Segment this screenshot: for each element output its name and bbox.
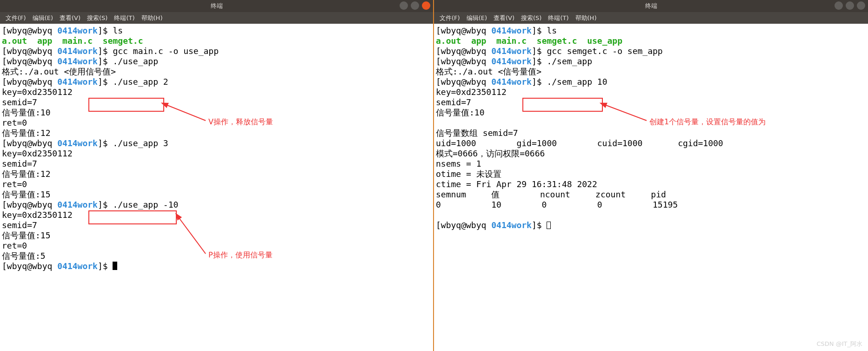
menu-item[interactable]: 搜索(S) <box>84 13 110 23</box>
menu-item[interactable]: 帮助(H) <box>139 13 166 23</box>
terminal-line <box>436 210 866 220</box>
close-button[interactable] <box>422 1 430 10</box>
minimize-button[interactable] <box>835 1 843 10</box>
terminal-line: 信号量值:15 <box>2 189 431 200</box>
terminal-line: 信号量值:10 <box>436 108 866 118</box>
terminal-line[interactable]: [wbyq@wbyq 0414work]$ ./use_app -10 <box>2 200 431 210</box>
minimize-button[interactable] <box>400 1 408 10</box>
terminal-line: semid=7 <box>2 159 431 169</box>
terminal-body[interactable]: [wbyq@wbyq 0414work]$ lsa.out app main.c… <box>434 24 868 351</box>
terminal-line[interactable]: [wbyq@wbyq 0414work]$ gcc main.c -o use_… <box>2 46 431 56</box>
terminal-window-left: 终端文件(F)编辑(E)查看(V)搜索(S)终端(T)帮助(H)[wbyq@wb… <box>0 0 434 351</box>
terminal-line: 0 10 0 0 15195 <box>436 200 866 210</box>
terminal-line: ret=0 <box>2 118 431 128</box>
menu-item[interactable]: 编辑(E) <box>464 13 490 23</box>
watermark: CSDN @IT_阿水 <box>817 340 862 348</box>
terminal-line: a.out app main.c semget.c use_app <box>436 36 866 46</box>
menu-item[interactable]: 查看(V) <box>491 13 517 23</box>
terminal-line <box>436 118 866 128</box>
terminal-line: key=0xd2350112 <box>2 210 431 220</box>
terminal-line: 格式:./a.out <使用信号值> <box>2 67 431 77</box>
terminal-line: semnum 值 ncount zcount pid <box>436 189 866 200</box>
terminal-line: uid=1000 gid=1000 cuid=1000 cgid=1000 <box>436 138 866 148</box>
titlebar[interactable]: 终端 <box>434 0 868 12</box>
menu-item[interactable]: 编辑(E) <box>30 13 56 23</box>
terminal-line: nsems = 1 <box>436 159 866 169</box>
terminal-line[interactable]: [wbyq@wbyq 0414work]$ ls <box>436 26 866 36</box>
menubar: 文件(F)编辑(E)查看(V)搜索(S)终端(T)帮助(H) <box>434 12 868 24</box>
terminal-line: ret=0 <box>2 241 431 251</box>
terminal-line: key=0xd2350112 <box>2 148 431 159</box>
terminal-line: otime = 未设置 <box>436 169 866 179</box>
menu-item[interactable]: 终端(T) <box>545 13 571 23</box>
terminal-line[interactable]: [wbyq@wbyq 0414work]$ ./use_app 3 <box>2 138 431 148</box>
terminal-line: 模式=0666，访问权限=0666 <box>436 148 866 159</box>
menu-item[interactable]: 查看(V) <box>57 13 83 23</box>
menu-item[interactable]: 帮助(H) <box>573 13 600 23</box>
maximize-button[interactable] <box>411 1 419 10</box>
terminal-window-right: 终端文件(F)编辑(E)查看(V)搜索(S)终端(T)帮助(H)[wbyq@wb… <box>434 0 868 351</box>
terminal-line: ret=0 <box>2 179 431 189</box>
terminal-line: 信号量值:5 <box>2 251 431 261</box>
terminal-line[interactable]: [wbyq@wbyq 0414work]$ ./sem_app 10 <box>436 77 866 87</box>
terminal-line[interactable]: [wbyq@wbyq 0414work]$ ./sem_app <box>436 56 866 67</box>
terminal-line: 信号量值:15 <box>2 230 431 241</box>
terminal-line[interactable]: [wbyq@wbyq 0414work]$ ./use_app 2 <box>2 77 431 87</box>
terminal-line[interactable]: [wbyq@wbyq 0414work]$ <box>2 261 431 271</box>
titlebar[interactable]: 终端 <box>0 0 433 12</box>
window-title: 终端 <box>211 2 223 10</box>
menu-item[interactable]: 文件(F) <box>3 13 29 23</box>
terminal-line: ctime = Fri Apr 29 16:31:48 2022 <box>436 179 866 189</box>
terminal-line: 信号量值:12 <box>2 169 431 179</box>
terminal-line: 信号量值:12 <box>2 128 431 138</box>
maximize-button[interactable] <box>846 1 854 10</box>
terminal-line: key=0xd2350112 <box>2 87 431 97</box>
terminal-line: semid=7 <box>436 97 866 108</box>
terminal-line[interactable]: [wbyq@wbyq 0414work]$ ./use_app <box>2 56 431 67</box>
terminal-line[interactable]: [wbyq@wbyq 0414work]$ gcc semget.c -o se… <box>436 46 866 56</box>
terminal-line: a.out app main.c semget.c <box>2 36 431 46</box>
menu-item[interactable]: 搜索(S) <box>518 13 544 23</box>
terminal-line: key=0xd2350112 <box>436 87 866 97</box>
terminal-line: semid=7 <box>2 97 431 108</box>
terminal-line: 信号量数组 semid=7 <box>436 128 866 138</box>
menu-item[interactable]: 文件(F) <box>437 13 463 23</box>
terminal-line: 信号量值:10 <box>2 108 431 118</box>
menu-item[interactable]: 终端(T) <box>111 13 137 23</box>
menubar: 文件(F)编辑(E)查看(V)搜索(S)终端(T)帮助(H) <box>0 12 433 24</box>
window-title: 终端 <box>645 2 657 10</box>
terminal-line[interactable]: [wbyq@wbyq 0414work]$ <box>436 220 866 230</box>
terminal-body[interactable]: [wbyq@wbyq 0414work]$ lsa.out app main.c… <box>0 24 433 351</box>
terminal-line[interactable]: [wbyq@wbyq 0414work]$ ls <box>2 26 431 36</box>
terminal-line: semid=7 <box>2 220 431 230</box>
terminal-line: 格式:./a.out <信号量值> <box>436 67 866 77</box>
close-button[interactable] <box>857 1 865 10</box>
